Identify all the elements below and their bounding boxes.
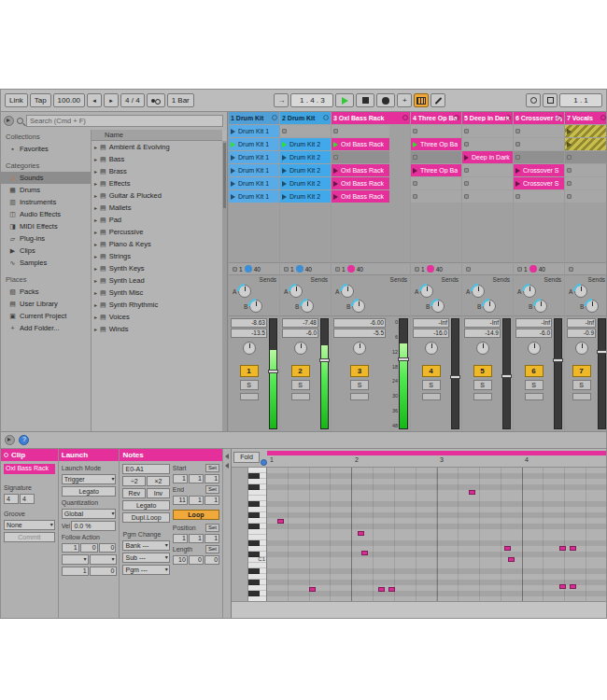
solo-button[interactable]: S — [525, 380, 543, 390]
clip-stop-icon[interactable] — [567, 181, 572, 186]
clip-name-field[interactable]: Oxl Bass Rack — [4, 464, 55, 474]
bank-select[interactable]: Bank --- — [122, 540, 169, 551]
hide-notes-panel-icon[interactable] — [225, 463, 229, 469]
clip-stop-icon[interactable] — [464, 129, 469, 133]
list-item[interactable]: ▤Synth Keys — [92, 262, 222, 274]
commit-button[interactable]: Commit — [4, 532, 55, 542]
track-activator-button[interactable]: 3 — [350, 365, 369, 377]
clip-slot[interactable]: Drum Kit 1 — [229, 151, 279, 163]
set-end-button[interactable]: Set — [205, 485, 219, 494]
send-b-knob[interactable] — [431, 300, 445, 313]
beat-time-ruler[interactable]: 1234 — [267, 449, 606, 467]
pan-knob[interactable] — [476, 342, 489, 355]
empty-clip-slot[interactable] — [565, 177, 606, 189]
track-header[interactable]: 4 Three Op Ba — [411, 112, 461, 124]
clip-stop-button[interactable] — [335, 267, 340, 272]
arm-button[interactable] — [422, 393, 441, 400]
clip-slot[interactable]: Oxl Bass Rack — [332, 164, 389, 176]
sidebar-item-favorites[interactable]: ▪Favorites — [1, 143, 91, 155]
draw-mode-button[interactable] — [431, 93, 445, 107]
program-select[interactable]: Pgm --- — [122, 565, 169, 575]
set-length-button[interactable]: Set — [205, 545, 219, 553]
volume-value[interactable]: -14.9 — [464, 329, 501, 338]
reverse-button[interactable]: Rev — [122, 488, 146, 498]
follow-time-sixteenths[interactable]: 0 — [99, 543, 117, 553]
clip-slot[interactable]: Three Op Ba — [411, 138, 461, 150]
volume-fader-handle[interactable] — [553, 358, 563, 362]
expand-caret-icon[interactable] — [94, 179, 97, 188]
pan-knob[interactable] — [243, 342, 256, 355]
list-item[interactable]: ▤Guitar & Plucked — [92, 189, 222, 202]
empty-clip-slot[interactable] — [565, 190, 606, 203]
solo-button[interactable]: S — [291, 380, 310, 390]
clip-slot[interactable]: Three Op Ba — [411, 164, 461, 176]
clip-play-icon[interactable] — [282, 181, 287, 187]
length-bars[interactable]: 10 — [173, 555, 188, 565]
clip-slot[interactable]: Drum Kit 2 — [280, 177, 331, 189]
arm-button[interactable] — [525, 393, 543, 400]
expand-caret-icon[interactable] — [94, 143, 97, 151]
expand-caret-icon[interactable] — [94, 203, 97, 212]
clip-stop-icon[interactable] — [515, 129, 520, 133]
clip-play-icon[interactable] — [231, 181, 235, 187]
sidebar-item-add-folder[interactable]: +Add Folder... — [1, 322, 91, 334]
empty-clip-slot[interactable] — [514, 138, 564, 150]
volume-value[interactable]: -5.5 — [333, 329, 386, 338]
groove-select[interactable]: None — [4, 520, 55, 530]
clip-slot[interactable]: Drum Kit 1 — [229, 125, 279, 137]
follow-time-beats[interactable]: 0 — [80, 543, 98, 553]
empty-clip-slot[interactable] — [462, 125, 513, 137]
clip-stop-button[interactable] — [415, 267, 419, 272]
invert-button[interactable]: Inv — [147, 488, 170, 498]
track-activator-button[interactable]: 2 — [291, 365, 310, 377]
sub-bank-select[interactable]: Sub --- — [122, 553, 169, 563]
send-b-knob[interactable] — [534, 300, 547, 313]
pan-knob[interactable] — [528, 342, 541, 355]
arm-button[interactable] — [291, 393, 310, 400]
clip-stop-icon[interactable] — [413, 194, 417, 199]
volume-fader-handle[interactable] — [501, 374, 512, 378]
expand-caret-icon[interactable] — [94, 155, 97, 163]
clip-play-icon[interactable] — [231, 168, 235, 174]
clip-box-header[interactable]: Clip — [1, 449, 58, 461]
clip-play-icon[interactable] — [231, 194, 235, 200]
arm-button[interactable] — [473, 393, 492, 400]
midi-note[interactable] — [508, 557, 515, 562]
clip-play-icon[interactable] — [567, 142, 572, 147]
empty-clip-slot[interactable] — [411, 177, 461, 189]
hide-launch-panel-icon[interactable] — [225, 454, 229, 459]
insert-marker-icon[interactable] — [261, 459, 267, 466]
clip-play-icon[interactable] — [282, 142, 287, 147]
midi-note[interactable] — [559, 546, 566, 551]
clip-stop-icon[interactable] — [413, 155, 417, 160]
clip-play-icon[interactable] — [282, 168, 287, 174]
name-column-header[interactable]: Name — [92, 130, 222, 141]
position-sixteenths[interactable]: 1 — [205, 534, 219, 543]
list-item[interactable]: ▤Winds — [92, 323, 222, 335]
note-range-field[interactable]: E0-A1 — [122, 464, 169, 474]
send-b-knob[interactable] — [249, 300, 262, 313]
clip-slot[interactable]: Crossover S — [514, 164, 564, 176]
time-signature-field[interactable]: 4 / 4 — [120, 93, 145, 107]
end-beats[interactable]: 1 — [189, 496, 204, 505]
follow-time-bars[interactable]: 1 — [62, 543, 79, 553]
follow-chance-b-field[interactable]: 0 — [90, 567, 117, 576]
clip-slot[interactable]: Drum Kit 2 — [280, 151, 331, 163]
nudge-down-button[interactable] — [87, 93, 102, 107]
clip-stop-icon[interactable] — [464, 168, 469, 173]
clip-stop-icon[interactable] — [464, 181, 469, 186]
clip-play-icon[interactable] — [231, 129, 235, 134]
clip-stop-icon[interactable] — [333, 155, 338, 160]
send-a-knob[interactable] — [341, 285, 354, 298]
loop-start-display[interactable]: 1 . 1 — [559, 93, 602, 107]
solo-button[interactable]: S — [422, 380, 441, 390]
fold-button[interactable]: Fold — [233, 452, 260, 463]
follow-chance-a-field[interactable]: 1 — [62, 567, 89, 576]
solo-button[interactable]: S — [473, 380, 492, 390]
send-b-knob[interactable] — [352, 300, 365, 313]
velocity-amount-field[interactable]: 0.0 % — [71, 521, 116, 531]
midi-note[interactable] — [358, 531, 364, 536]
start-sixteenths[interactable]: 1 — [205, 474, 219, 483]
scrollbar-thumb[interactable] — [223, 143, 226, 208]
midi-keyboard-button[interactable] — [414, 93, 429, 107]
